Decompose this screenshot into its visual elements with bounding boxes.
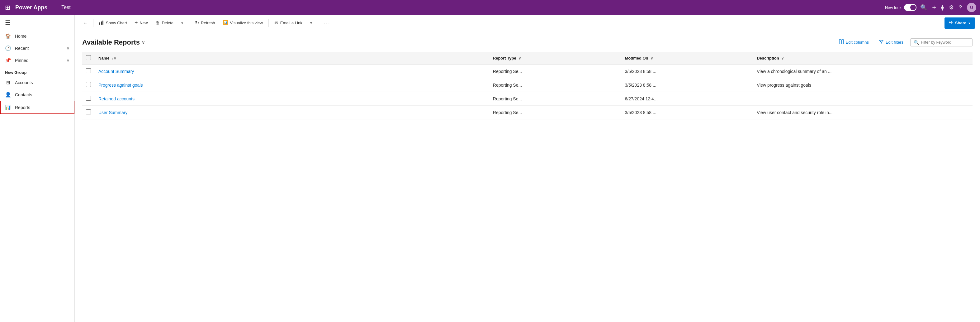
row-description: View a chronological summary of an ... (753, 65, 972, 78)
table-row: User Summary Reporting Se... 3/5/2023 8:… (82, 106, 972, 120)
delete-chevron-button[interactable]: ∨ (178, 18, 186, 29)
email-link-button[interactable]: ✉ Email a Link (271, 18, 305, 29)
delete-button[interactable]: 🗑 Delete (152, 18, 177, 29)
email-chevron-button[interactable]: ∨ (307, 18, 315, 29)
filter-icon[interactable]: ⧫ (941, 4, 944, 11)
sidebar-item-pinned-label: Pinned (15, 58, 63, 63)
row-checkbox[interactable] (86, 82, 91, 87)
table-row: Progress against goals Reporting Se... 3… (82, 78, 972, 92)
show-chart-button[interactable]: Show Chart (96, 18, 130, 29)
row-type: Reporting Se... (489, 92, 621, 106)
new-look-label: New look (885, 5, 902, 10)
row-type: Reporting Se... (489, 65, 621, 78)
column-description-sort-icon: ∨ (781, 56, 784, 60)
table-body: Account Summary Reporting Se... 3/5/2023… (82, 65, 972, 120)
row-modified: 3/5/2023 8:58 ... (621, 106, 753, 120)
select-all-header (82, 52, 95, 65)
share-button[interactable]: Share ∨ (945, 18, 975, 29)
view-title-text: Available Reports (82, 38, 140, 46)
sidebar-item-recent[interactable]: 🕐 Recent ∨ (0, 42, 75, 54)
row-description (753, 92, 972, 106)
waffle-icon[interactable]: ⊞ (4, 3, 11, 13)
back-icon: ← (83, 20, 88, 26)
hamburger-button[interactable]: ☰ (0, 15, 75, 30)
view-actions: Edit columns Edit filters 🔍 (836, 37, 973, 47)
sidebar-item-contacts[interactable]: 👤 Contacts (0, 89, 75, 101)
column-type-label: Report Type (493, 56, 516, 61)
row-checkbox[interactable] (86, 109, 91, 115)
sidebar-item-reports[interactable]: 📊 Reports (0, 101, 75, 114)
content-area: ← Show Chart + New 🗑 Delete (75, 15, 980, 322)
visualize-label: Visualize this view (230, 21, 263, 25)
row-name[interactable]: Account Summary (95, 65, 489, 78)
column-header-description[interactable]: Description ∨ (753, 52, 972, 65)
table-header: Name ↑∨ Report Type ∨ Modified On ∨ De (82, 52, 972, 65)
svg-rect-0 (99, 22, 100, 25)
cmd-separator-4 (318, 19, 318, 27)
share-icon (949, 20, 953, 26)
search-box-icon: 🔍 (914, 40, 919, 45)
column-description-label: Description (757, 56, 779, 61)
svg-text:📊: 📊 (224, 21, 228, 25)
toggle-thumb (910, 5, 916, 10)
email-label: Email a Link (280, 21, 302, 25)
svg-rect-1 (101, 22, 102, 25)
settings-icon[interactable]: ⚙ (949, 4, 954, 11)
new-button[interactable]: + New (131, 18, 151, 29)
edit-filters-label: Edit filters (886, 40, 904, 45)
more-button[interactable]: ··· (321, 18, 334, 29)
sidebar-nav: 🏠 Home 🕐 Recent ∨ 📌 Pinned ∨ New Group ⊞… (0, 30, 75, 322)
sidebar-item-accounts-label: Accounts (15, 80, 70, 85)
row-name[interactable]: User Summary (95, 106, 489, 120)
edit-columns-icon (839, 39, 844, 45)
new-look-toggle[interactable] (904, 4, 916, 11)
more-icon: ··· (324, 20, 330, 26)
row-name[interactable]: Retained accounts (95, 92, 489, 106)
main-layout: ☰ 🏠 Home 🕐 Recent ∨ 📌 Pinned ∨ New Group… (0, 15, 980, 322)
row-checkbox-cell (82, 65, 95, 78)
app-name-label: Test (61, 5, 70, 10)
new-icon: + (135, 20, 138, 26)
email-chevron-icon: ∨ (310, 21, 312, 25)
column-header-modified[interactable]: Modified On ∨ (621, 52, 753, 65)
visualize-button[interactable]: 📊 Visualize this view (220, 18, 266, 29)
sidebar-item-home-label: Home (15, 33, 70, 39)
help-icon[interactable]: ? (959, 4, 962, 11)
show-chart-label: Show Chart (106, 21, 127, 25)
sidebar-item-home[interactable]: 🏠 Home (0, 30, 75, 42)
row-modified: 3/5/2023 8:58 ... (621, 65, 753, 78)
edit-filters-icon (879, 39, 884, 45)
row-checkbox[interactable] (86, 96, 91, 101)
edit-filters-button[interactable]: Edit filters (876, 37, 907, 47)
search-icon[interactable]: 🔍 (920, 4, 927, 11)
column-header-name[interactable]: Name ↑∨ (95, 52, 489, 65)
search-input[interactable] (921, 40, 969, 45)
sidebar-item-pinned[interactable]: 📌 Pinned ∨ (0, 54, 75, 66)
delete-chevron-icon: ∨ (181, 21, 183, 25)
sidebar-item-recent-label: Recent (15, 46, 63, 51)
column-header-type[interactable]: Report Type ∨ (489, 52, 621, 65)
view-header: Available Reports ∨ Edit columns (82, 37, 972, 47)
table-row: Retained accounts Reporting Se... 6/27/2… (82, 92, 972, 106)
home-icon: 🏠 (5, 33, 11, 39)
row-name[interactable]: Progress against goals (95, 78, 489, 92)
row-checkbox[interactable] (86, 68, 91, 73)
back-button[interactable]: ← (80, 18, 91, 29)
column-modified-label: Modified On (625, 56, 648, 61)
edit-columns-button[interactable]: Edit columns (836, 37, 872, 47)
add-icon[interactable]: + (932, 3, 936, 11)
command-bar: ← Show Chart + New 🗑 Delete (75, 15, 980, 31)
reports-icon: 📊 (5, 104, 11, 110)
edit-columns-label: Edit columns (846, 40, 869, 45)
row-checkbox-cell (82, 106, 95, 120)
view-title-chevron-icon[interactable]: ∨ (142, 40, 145, 45)
new-label: New (140, 21, 148, 25)
select-all-checkbox[interactable] (86, 55, 91, 60)
refresh-button[interactable]: ↻ Refresh (192, 18, 218, 29)
svg-rect-7 (842, 40, 843, 44)
avatar[interactable]: U (967, 3, 976, 12)
cmd-separator-1 (93, 19, 94, 27)
column-modified-sort-icon: ∨ (651, 56, 653, 60)
search-box[interactable]: 🔍 (910, 38, 972, 46)
sidebar-item-accounts[interactable]: ⊞ Accounts (0, 77, 75, 89)
